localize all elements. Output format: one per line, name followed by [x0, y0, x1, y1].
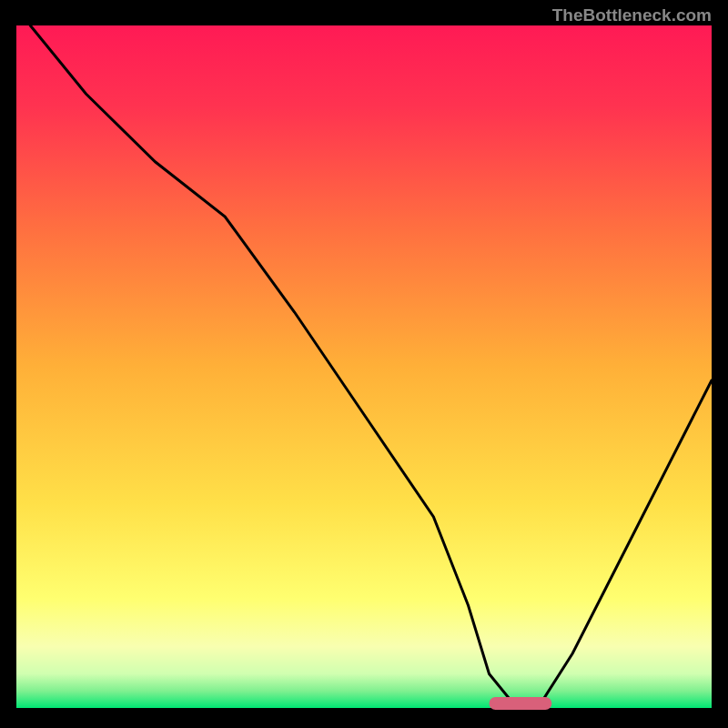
optimal-zone-marker [490, 697, 552, 710]
chart-container: TheBottleneck.com [0, 0, 728, 728]
watermark-text: TheBottleneck.com [552, 5, 712, 25]
bottleneck-chart [0, 0, 728, 728]
